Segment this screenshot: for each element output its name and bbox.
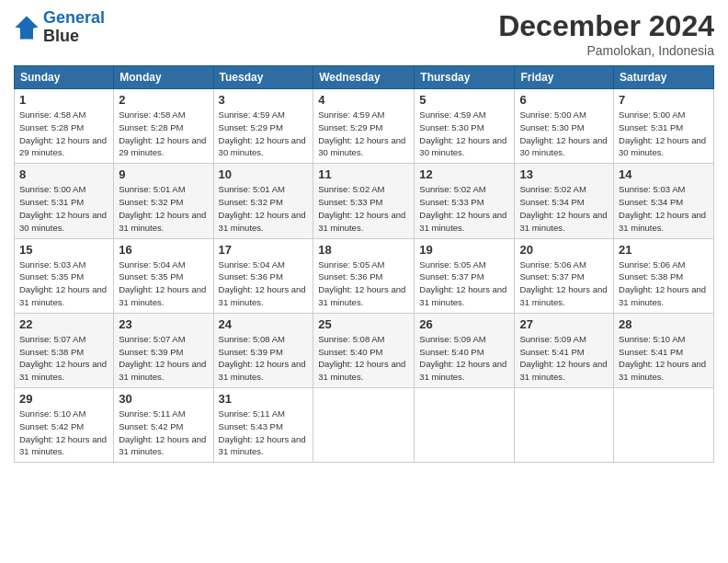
calendar-cell: 17Sunrise: 5:04 AMSunset: 5:36 PMDayligh… <box>213 238 313 313</box>
svg-rect-2 <box>19 26 35 28</box>
day-info: Sunrise: 5:02 AMSunset: 5:33 PMDaylight:… <box>318 184 405 232</box>
calendar-week-row: 15Sunrise: 5:03 AMSunset: 5:35 PMDayligh… <box>15 238 714 313</box>
day-info: Sunrise: 5:04 AMSunset: 5:36 PMDaylight:… <box>219 259 306 307</box>
day-info: Sunrise: 4:59 AMSunset: 5:29 PMDaylight:… <box>219 109 306 157</box>
calendar-cell <box>313 388 415 463</box>
day-info: Sunrise: 5:10 AMSunset: 5:41 PMDaylight:… <box>619 334 706 382</box>
logo-icon <box>14 15 40 40</box>
day-info: Sunrise: 5:10 AMSunset: 5:42 PMDaylight:… <box>19 408 107 456</box>
day-number: 27 <box>519 317 609 331</box>
calendar-header-row: SundayMondayTuesdayWednesdayThursdayFrid… <box>15 66 714 89</box>
day-number: 13 <box>519 167 609 181</box>
day-info: Sunrise: 5:09 AMSunset: 5:41 PMDaylight:… <box>519 334 607 382</box>
calendar-cell: 23Sunrise: 5:07 AMSunset: 5:39 PMDayligh… <box>114 313 213 387</box>
day-info: Sunrise: 4:58 AMSunset: 5:28 PMDaylight:… <box>119 109 206 157</box>
calendar-cell: 19Sunrise: 5:05 AMSunset: 5:37 PMDayligh… <box>415 238 515 313</box>
page: GeneralBlue December 2024 Pamolokan, Ind… <box>0 0 728 563</box>
calendar-cell: 13Sunrise: 5:02 AMSunset: 5:34 PMDayligh… <box>515 164 614 238</box>
calendar-day-header: Sunday <box>15 66 114 89</box>
calendar-week-row: 1Sunrise: 4:58 AMSunset: 5:28 PMDaylight… <box>15 89 714 164</box>
day-number: 31 <box>219 392 309 406</box>
day-info: Sunrise: 5:11 AMSunset: 5:43 PMDaylight:… <box>219 408 306 456</box>
day-number: 11 <box>318 167 409 181</box>
calendar-week-row: 22Sunrise: 5:07 AMSunset: 5:38 PMDayligh… <box>15 313 714 387</box>
calendar-cell: 12Sunrise: 5:02 AMSunset: 5:33 PMDayligh… <box>415 164 515 238</box>
logo-text: GeneralBlue <box>43 9 105 46</box>
calendar-cell <box>515 388 614 463</box>
day-number: 14 <box>619 167 709 181</box>
day-info: Sunrise: 4:59 AMSunset: 5:30 PMDaylight:… <box>419 109 506 157</box>
day-number: 5 <box>419 93 509 107</box>
day-info: Sunrise: 5:01 AMSunset: 5:32 PMDaylight:… <box>219 184 306 232</box>
calendar-day-header: Saturday <box>614 66 714 89</box>
calendar-cell: 28Sunrise: 5:10 AMSunset: 5:41 PMDayligh… <box>614 313 714 387</box>
day-number: 8 <box>19 167 108 181</box>
calendar-day-header: Tuesday <box>213 66 313 89</box>
day-number: 17 <box>219 243 309 257</box>
calendar-cell: 30Sunrise: 5:11 AMSunset: 5:42 PMDayligh… <box>114 388 213 463</box>
calendar-cell: 10Sunrise: 5:01 AMSunset: 5:32 PMDayligh… <box>213 164 313 238</box>
day-number: 16 <box>119 243 208 257</box>
calendar-cell: 14Sunrise: 5:03 AMSunset: 5:34 PMDayligh… <box>614 164 714 238</box>
day-number: 6 <box>519 93 609 107</box>
calendar: SundayMondayTuesdayWednesdayThursdayFrid… <box>14 65 714 463</box>
calendar-cell <box>614 388 714 463</box>
day-info: Sunrise: 5:07 AMSunset: 5:38 PMDaylight:… <box>19 334 107 382</box>
day-info: Sunrise: 5:02 AMSunset: 5:33 PMDaylight:… <box>419 184 506 232</box>
day-number: 18 <box>318 243 409 257</box>
calendar-day-header: Wednesday <box>313 66 415 89</box>
calendar-cell: 24Sunrise: 5:08 AMSunset: 5:39 PMDayligh… <box>213 313 313 387</box>
calendar-cell <box>415 388 515 463</box>
day-number: 15 <box>19 243 108 257</box>
day-number: 21 <box>619 243 709 257</box>
day-number: 23 <box>119 317 208 331</box>
logo: GeneralBlue <box>14 9 105 46</box>
day-number: 26 <box>419 317 509 331</box>
day-number: 1 <box>19 93 108 107</box>
day-info: Sunrise: 5:03 AMSunset: 5:34 PMDaylight:… <box>619 184 706 232</box>
day-number: 22 <box>19 317 108 331</box>
day-info: Sunrise: 5:05 AMSunset: 5:36 PMDaylight:… <box>318 259 405 307</box>
day-info: Sunrise: 5:00 AMSunset: 5:31 PMDaylight:… <box>619 109 706 157</box>
month-title: December 2024 <box>498 9 714 43</box>
calendar-cell: 15Sunrise: 5:03 AMSunset: 5:35 PMDayligh… <box>15 238 114 313</box>
calendar-cell: 9Sunrise: 5:01 AMSunset: 5:32 PMDaylight… <box>114 164 213 238</box>
day-info: Sunrise: 5:07 AMSunset: 5:39 PMDaylight:… <box>119 334 206 382</box>
calendar-cell: 16Sunrise: 5:04 AMSunset: 5:35 PMDayligh… <box>114 238 213 313</box>
day-info: Sunrise: 5:06 AMSunset: 5:38 PMDaylight:… <box>619 259 706 307</box>
location: Pamolokan, Indonesia <box>498 43 714 58</box>
day-number: 2 <box>119 93 208 107</box>
day-info: Sunrise: 5:08 AMSunset: 5:40 PMDaylight:… <box>318 334 405 382</box>
day-number: 19 <box>419 243 509 257</box>
day-info: Sunrise: 5:08 AMSunset: 5:39 PMDaylight:… <box>219 334 306 382</box>
title-section: December 2024 Pamolokan, Indonesia <box>498 9 714 58</box>
calendar-cell: 18Sunrise: 5:05 AMSunset: 5:36 PMDayligh… <box>313 238 415 313</box>
calendar-cell: 31Sunrise: 5:11 AMSunset: 5:43 PMDayligh… <box>213 388 313 463</box>
day-info: Sunrise: 5:09 AMSunset: 5:40 PMDaylight:… <box>419 334 506 382</box>
calendar-cell: 7Sunrise: 5:00 AMSunset: 5:31 PMDaylight… <box>614 89 714 164</box>
day-number: 28 <box>619 317 709 331</box>
day-info: Sunrise: 4:58 AMSunset: 5:28 PMDaylight:… <box>19 109 107 157</box>
calendar-cell: 6Sunrise: 5:00 AMSunset: 5:30 PMDaylight… <box>515 89 614 164</box>
day-number: 4 <box>318 93 409 107</box>
day-number: 10 <box>219 167 309 181</box>
calendar-cell: 27Sunrise: 5:09 AMSunset: 5:41 PMDayligh… <box>515 313 614 387</box>
calendar-cell: 20Sunrise: 5:06 AMSunset: 5:37 PMDayligh… <box>515 238 614 313</box>
calendar-cell: 2Sunrise: 4:58 AMSunset: 5:28 PMDaylight… <box>114 89 213 164</box>
calendar-day-header: Friday <box>515 66 614 89</box>
day-number: 12 <box>419 167 509 181</box>
calendar-cell: 21Sunrise: 5:06 AMSunset: 5:38 PMDayligh… <box>614 238 714 313</box>
calendar-cell: 26Sunrise: 5:09 AMSunset: 5:40 PMDayligh… <box>415 313 515 387</box>
calendar-cell: 29Sunrise: 5:10 AMSunset: 5:42 PMDayligh… <box>15 388 114 463</box>
day-info: Sunrise: 5:06 AMSunset: 5:37 PMDaylight:… <box>519 259 607 307</box>
day-info: Sunrise: 4:59 AMSunset: 5:29 PMDaylight:… <box>318 109 405 157</box>
day-number: 29 <box>19 392 108 406</box>
calendar-day-header: Thursday <box>415 66 515 89</box>
day-info: Sunrise: 5:00 AMSunset: 5:31 PMDaylight:… <box>19 184 107 232</box>
day-info: Sunrise: 5:05 AMSunset: 5:37 PMDaylight:… <box>419 259 506 307</box>
calendar-cell: 22Sunrise: 5:07 AMSunset: 5:38 PMDayligh… <box>15 313 114 387</box>
calendar-cell: 25Sunrise: 5:08 AMSunset: 5:40 PMDayligh… <box>313 313 415 387</box>
day-info: Sunrise: 5:03 AMSunset: 5:35 PMDaylight:… <box>19 259 107 307</box>
calendar-week-row: 8Sunrise: 5:00 AMSunset: 5:31 PMDaylight… <box>15 164 714 238</box>
calendar-cell: 3Sunrise: 4:59 AMSunset: 5:29 PMDaylight… <box>213 89 313 164</box>
